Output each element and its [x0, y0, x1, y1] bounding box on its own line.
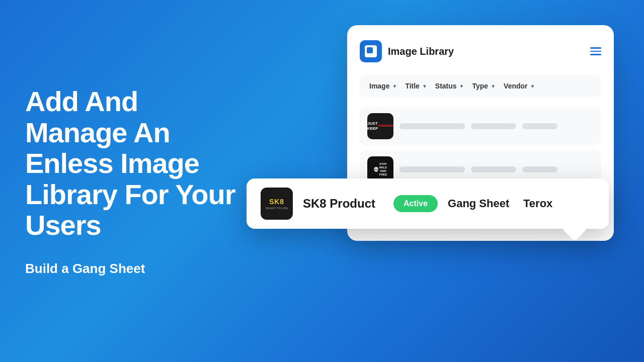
card-title: Image Library [388, 46, 454, 57]
menu-icon-line2 [590, 51, 601, 52]
vendor-filter-chevron: ▼ [530, 83, 535, 89]
image-filter[interactable]: Image ▼ [367, 81, 399, 91]
skeleton-type [522, 123, 557, 129]
card-header: Image Library [360, 40, 601, 62]
row-image-1: JUSTKEEPFORWARD [367, 113, 393, 139]
menu-button[interactable] [590, 47, 601, 55]
status-badge: Active [393, 195, 438, 212]
title-filter-chevron: ▼ [422, 83, 427, 89]
sk8-product-image: SK8 READY TO USE [261, 188, 293, 220]
row-skeleton-2 [399, 166, 594, 172]
status-filter[interactable]: Status ▼ [433, 81, 466, 91]
type-filter-chevron: ▼ [491, 83, 496, 89]
vendor-filter[interactable]: Vendor ▼ [502, 81, 537, 91]
status-filter-chevron: ▼ [459, 83, 464, 89]
floating-product-row[interactable]: SK8 READY TO USE SK8 Product Active Gang… [247, 178, 609, 229]
sk8-label: SK8 [266, 198, 288, 206]
skeleton-title [399, 123, 465, 129]
menu-icon-line3 [590, 54, 601, 55]
hero-section: Add And Manage An Enless Image Library F… [25, 86, 242, 277]
product-vendor: Terox [523, 197, 552, 210]
sk8-image-art: SK8 READY TO USE [261, 188, 293, 220]
just-keep-image: JUSTKEEPFORWARD [367, 113, 393, 139]
skeleton-status [471, 123, 516, 129]
app-logo-icon [365, 45, 377, 57]
type-filter[interactable]: Type ▼ [470, 81, 498, 91]
app-logo [360, 40, 382, 62]
skeleton-status [471, 166, 516, 172]
hero-title: Add And Manage An Enless Image Library F… [25, 86, 242, 241]
header-left: Image Library [360, 40, 454, 62]
skeleton-title [399, 166, 465, 172]
image-filter-chevron: ▼ [392, 83, 397, 89]
row-skeleton-1 [399, 123, 594, 129]
skeleton-type [522, 166, 557, 172]
title-filter[interactable]: Title ▼ [403, 81, 429, 91]
sk8-sublabel: READY TO USE [266, 207, 288, 210]
product-name: SK8 Product [303, 197, 383, 211]
table-row[interactable]: JUSTKEEPFORWARD [360, 107, 601, 145]
menu-icon-line1 [590, 47, 601, 49]
product-type: Gang Sheet [448, 197, 513, 210]
filter-bar: Image ▼ Title ▼ Status ▼ Type ▼ Vendor ▼ [360, 75, 601, 97]
hero-subtitle: Build a Gang Sheet [25, 260, 242, 276]
